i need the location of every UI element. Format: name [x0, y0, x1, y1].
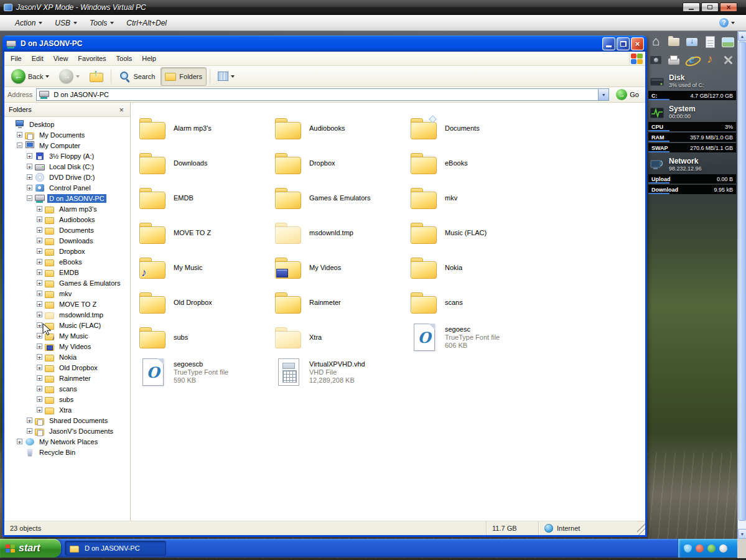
tree-item-music-flac[interactable]: +Music (FLAC) — [4, 320, 130, 330]
music-icon[interactable] — [702, 53, 717, 68]
vpc-minimize-button[interactable] — [683, 2, 700, 12]
expand-toggle[interactable]: + — [37, 291, 42, 296]
vpc-menu-action[interactable]: Action — [9, 17, 49, 29]
file-item-audiobooks[interactable]: Audiobooks — [274, 111, 410, 146]
tree-item-rainmeter[interactable]: +Rainmeter — [4, 373, 130, 383]
menu-view[interactable]: View — [49, 52, 73, 65]
go-button[interactable]: → Go — [613, 89, 642, 100]
file-item-nokia[interactable]: Nokia — [410, 250, 546, 285]
vpc-menu-usb[interactable]: USB — [49, 17, 83, 29]
tools-icon[interactable] — [720, 53, 735, 68]
forward-button[interactable]: → — [55, 67, 84, 86]
scroll-up-icon[interactable]: ▲ — [738, 31, 746, 41]
expand-toggle[interactable]: + — [37, 322, 42, 328]
menu-help[interactable]: Help — [137, 52, 161, 65]
file-item-rainmeter[interactable]: Rainmeter — [274, 285, 410, 320]
file-item-games-emulators[interactable]: Games & Emulators — [274, 180, 410, 215]
downloads-icon[interactable] — [684, 35, 699, 50]
tree-item-dvd-drive-d[interactable]: +DVD Drive (D:) — [4, 172, 130, 182]
tree-item-control-panel[interactable]: +Control Panel — [4, 182, 130, 193]
tray-security-icon[interactable] — [696, 544, 704, 553]
folders-icon[interactable] — [666, 35, 681, 50]
file-item-xtra[interactable]: Xtra — [274, 320, 410, 355]
collapse-toggle[interactable]: − — [27, 195, 32, 201]
start-button[interactable]: start — [0, 539, 61, 558]
expand-toggle[interactable]: + — [37, 217, 42, 222]
file-item-my-music[interactable]: My Music — [139, 250, 274, 285]
tree-item-my-computer[interactable]: −My Computer — [4, 140, 130, 151]
expand-toggle[interactable]: + — [37, 227, 42, 233]
tree-item-d-on-jasonv-pc[interactable]: −D on JASONV-PC — [4, 193, 130, 203]
file-item-old-dropbox[interactable]: Old Dropbox — [139, 285, 274, 320]
tree-item-dropbox[interactable]: +Dropbox — [4, 246, 130, 256]
file-item-segoescb[interactable]: segoescbTrueType Font file590 KB — [139, 355, 274, 390]
taskbar-task-button[interactable]: D on JASONV-PC — [65, 541, 166, 556]
file-item-my-videos[interactable]: My Videos — [274, 250, 410, 285]
file-item-downloads[interactable]: Downloads — [139, 146, 274, 180]
search-button[interactable]: Search — [114, 67, 159, 86]
expand-toggle[interactable]: + — [37, 343, 42, 349]
tree-item-ebooks[interactable]: +eBooks — [4, 256, 130, 267]
tree-item-my-network-places[interactable]: +My Network Places — [4, 436, 130, 447]
menu-edit[interactable]: Edit — [27, 52, 49, 65]
minimize-button[interactable] — [602, 37, 615, 50]
views-button[interactable] — [213, 67, 239, 86]
tree-item-xtra[interactable]: +Xtra — [4, 404, 130, 415]
close-pane-icon[interactable]: × — [117, 106, 126, 114]
up-button[interactable] — [85, 67, 108, 86]
expand-toggle[interactable]: + — [37, 280, 42, 286]
resize-grip[interactable] — [637, 521, 645, 535]
expand-toggle[interactable]: + — [17, 132, 22, 138]
file-item-ebooks[interactable]: eBooks — [410, 146, 546, 180]
home-icon[interactable] — [648, 35, 663, 50]
file-item-music-flac[interactable]: Music (FLAC) — [410, 215, 546, 250]
documents-icon[interactable] — [702, 35, 717, 50]
tree-item-mkv[interactable]: +mkv — [4, 288, 130, 299]
vpc-menu-tools[interactable]: Tools — [83, 17, 120, 29]
tree-item-msdownld-tmp[interactable]: +msdownld.tmp — [4, 309, 130, 320]
address-dropdown-button[interactable]: ▼ — [598, 89, 608, 100]
menu-file[interactable]: File — [6, 52, 27, 65]
expand-toggle[interactable]: + — [37, 386, 42, 391]
file-item-segoesc[interactable]: segoescTrueType Font file606 KB — [410, 320, 546, 355]
vpc-menu-ctrl-alt-del[interactable]: Ctrl+Alt+Del — [120, 17, 173, 29]
expand-toggle[interactable]: + — [37, 333, 42, 338]
expand-toggle[interactable]: + — [17, 439, 22, 444]
tree-item-my-videos[interactable]: +My Videos — [4, 341, 130, 352]
expand-toggle[interactable]: + — [37, 269, 42, 275]
help-menu-button[interactable]: ? — [719, 18, 737, 27]
tree-item-games-emulators[interactable]: +Games & Emulators — [4, 278, 130, 288]
tree-item-local-disk-c[interactable]: +Local Disk (C:) — [4, 161, 130, 172]
camera-icon[interactable] — [648, 53, 663, 68]
collapse-toggle[interactable]: − — [17, 142, 22, 148]
expand-toggle[interactable]: + — [27, 185, 32, 190]
pictures-icon[interactable] — [720, 35, 735, 50]
file-item-mkv[interactable]: mkv — [410, 180, 546, 215]
tray-sync-icon[interactable] — [707, 544, 716, 553]
tree-item-subs[interactable]: +subs — [4, 394, 130, 404]
folders-button[interactable]: Folders — [161, 67, 207, 86]
expand-toggle[interactable]: + — [37, 396, 42, 402]
file-item-documents[interactable]: Documents — [410, 111, 546, 146]
tray-droplet-icon[interactable] — [684, 544, 692, 553]
vpc-close-button[interactable]: × — [720, 2, 737, 12]
tree-item-audiobooks[interactable]: +Audiobooks — [4, 214, 130, 225]
vm-vertical-scrollbar[interactable]: ▲ ▼ — [737, 31, 746, 539]
expand-toggle[interactable]: + — [27, 418, 32, 423]
back-button[interactable]: ← Back — [7, 67, 54, 86]
tree-item-old-dropbox[interactable]: +Old Dropbox — [4, 362, 130, 373]
expand-toggle[interactable]: + — [37, 238, 42, 243]
expand-toggle[interactable]: + — [37, 301, 42, 307]
expand-toggle[interactable]: + — [37, 407, 42, 413]
tree-item-scans[interactable]: +scans — [4, 383, 130, 394]
address-input[interactable]: D on JASONV-PC ▼ — [36, 88, 609, 101]
expand-toggle[interactable]: + — [27, 428, 32, 434]
close-button[interactable]: × — [631, 37, 644, 50]
expand-toggle[interactable]: + — [37, 375, 42, 381]
tree-item-my-music[interactable]: +My Music — [4, 330, 130, 341]
tree-item-move-to-z[interactable]: +MOVE TO Z — [4, 299, 130, 309]
expand-toggle[interactable]: + — [37, 365, 42, 370]
file-item-subs[interactable]: subs — [139, 320, 274, 355]
expand-toggle[interactable]: + — [37, 354, 42, 360]
tray-volume-icon[interactable] — [719, 544, 727, 553]
